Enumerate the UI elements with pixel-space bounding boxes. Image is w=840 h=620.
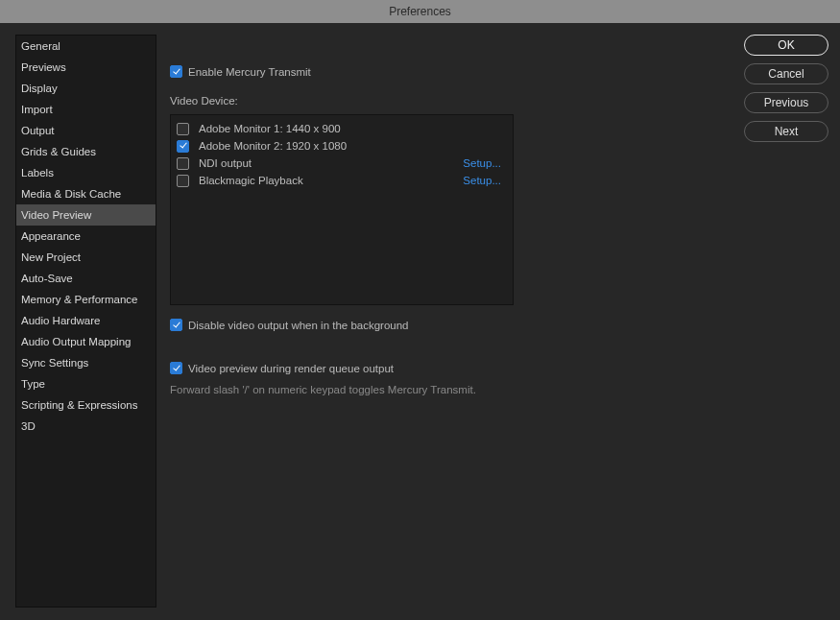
sidebar-item-scripting-expressions[interactable]: Scripting & Expressions	[16, 394, 156, 416]
sidebar-item-label: Video Preview	[21, 209, 91, 221]
previous-button-label: Previous	[764, 96, 809, 109]
sidebar-item-audio-output-mapping[interactable]: Audio Output Mapping	[16, 331, 156, 352]
device-checkbox[interactable]	[177, 123, 189, 135]
device-checkbox[interactable]	[177, 140, 189, 153]
window-body: GeneralPreviewsDisplayImportOutputGrids …	[0, 23, 840, 620]
sidebar-item-media-disk-cache[interactable]: Media & Disk Cache	[16, 183, 156, 204]
device-label: Adobe Monitor 2: 1920 x 1080	[195, 140, 507, 152]
preview-during-render-row[interactable]: Video preview during render queue output	[170, 362, 708, 374]
preferences-sidebar: GeneralPreviewsDisplayImportOutputGrids …	[15, 35, 156, 608]
cancel-button[interactable]: Cancel	[744, 63, 828, 84]
sidebar-item-new-project[interactable]: New Project	[16, 247, 156, 268]
device-row[interactable]: NDI outputSetup...	[177, 155, 507, 172]
sidebar-item-label: Audio Hardware	[21, 315, 100, 326]
sidebar-item-label: Labels	[21, 167, 54, 179]
sidebar-item-appearance[interactable]: Appearance	[16, 226, 156, 247]
sidebar-item-label: Grids & Guides	[21, 146, 96, 157]
sidebar-item-audio-hardware[interactable]: Audio Hardware	[16, 310, 156, 331]
device-row[interactable]: Blackmagic PlaybackSetup...	[177, 172, 507, 189]
device-setup-link[interactable]: Setup...	[463, 175, 507, 186]
preview-during-render-label: Video preview during render queue output	[188, 363, 394, 374]
sidebar-item-previews[interactable]: Previews	[16, 57, 156, 78]
device-checkbox[interactable]	[177, 175, 189, 187]
sidebar-item-label: Appearance	[21, 230, 81, 242]
sidebar-item-general[interactable]: General	[16, 36, 156, 57]
device-label: Blackmagic Playback	[195, 175, 463, 186]
enable-mercury-transmit-row[interactable]: Enable Mercury Transmit	[170, 65, 708, 78]
sidebar-item-label: 3D	[21, 420, 36, 432]
cancel-button-label: Cancel	[768, 67, 804, 81]
next-button-label: Next	[775, 125, 799, 138]
device-label: NDI output	[195, 157, 463, 169]
sidebar-item-import[interactable]: Import	[16, 99, 156, 120]
sidebar-item-grids-guides[interactable]: Grids & Guides	[16, 141, 156, 162]
next-button[interactable]: Next	[744, 121, 828, 142]
video-device-list: Adobe Monitor 1: 1440 x 900Adobe Monitor…	[170, 114, 514, 305]
device-row[interactable]: Adobe Monitor 1: 1440 x 900	[177, 120, 507, 137]
sidebar-item-label: Scripting & Expressions	[21, 399, 137, 411]
hint-text: Forward slash '/' on numeric keypad togg…	[170, 384, 708, 395]
sidebar-item-label: Import	[21, 104, 53, 115]
window-titlebar: Preferences	[0, 0, 840, 23]
sidebar-item-label: Display	[21, 83, 58, 94]
sidebar-item-label: Sync Settings	[21, 357, 88, 369]
sidebar-item-display[interactable]: Display	[16, 78, 156, 99]
previous-button[interactable]: Previous	[744, 92, 828, 113]
sidebar-item-label: New Project	[21, 251, 81, 263]
device-checkbox[interactable]	[177, 157, 189, 170]
sidebar-item-label: Media & Disk Cache	[21, 188, 121, 200]
disable-video-background-row[interactable]: Disable video output when in the backgro…	[170, 319, 708, 331]
sidebar-item-memory-performance[interactable]: Memory & Performance	[16, 289, 156, 310]
sidebar-item-label: Previews	[21, 61, 66, 73]
ok-button[interactable]: OK	[744, 35, 828, 56]
device-setup-link[interactable]: Setup...	[463, 157, 507, 169]
sidebar-item-label: General	[21, 40, 60, 52]
sidebar-item-label: Auto-Save	[21, 273, 73, 284]
sidebar-item-output[interactable]: Output	[16, 120, 156, 141]
device-label: Adobe Monitor 1: 1440 x 900	[195, 123, 507, 134]
enable-mercury-transmit-label: Enable Mercury Transmit	[188, 66, 311, 78]
disable-video-background-label: Disable video output when in the backgro…	[188, 320, 409, 331]
content-panel: Enable Mercury Transmit Video Device: Ad…	[170, 35, 708, 395]
ok-button-label: OK	[778, 38, 794, 52]
video-device-heading: Video Device:	[170, 95, 708, 107]
sidebar-item-label: Memory & Performance	[21, 294, 137, 305]
sidebar-item-sync-settings[interactable]: Sync Settings	[16, 352, 156, 373]
sidebar-item-3d[interactable]: 3D	[16, 416, 156, 437]
device-row[interactable]: Adobe Monitor 2: 1920 x 1080	[177, 137, 507, 155]
enable-mercury-transmit-checkbox[interactable]	[170, 65, 182, 78]
disable-video-background-checkbox[interactable]	[170, 319, 182, 331]
sidebar-item-auto-save[interactable]: Auto-Save	[16, 268, 156, 289]
sidebar-item-label: Audio Output Mapping	[21, 336, 131, 347]
sidebar-item-labels[interactable]: Labels	[16, 162, 156, 183]
sidebar-item-label: Output	[21, 125, 55, 136]
window-title: Preferences	[389, 5, 451, 18]
button-column: OK Cancel Previous Next	[744, 35, 830, 150]
sidebar-item-type[interactable]: Type	[16, 373, 156, 394]
preview-during-render-checkbox[interactable]	[170, 362, 182, 374]
sidebar-item-video-preview[interactable]: Video Preview	[16, 204, 156, 226]
sidebar-item-label: Type	[21, 378, 45, 390]
